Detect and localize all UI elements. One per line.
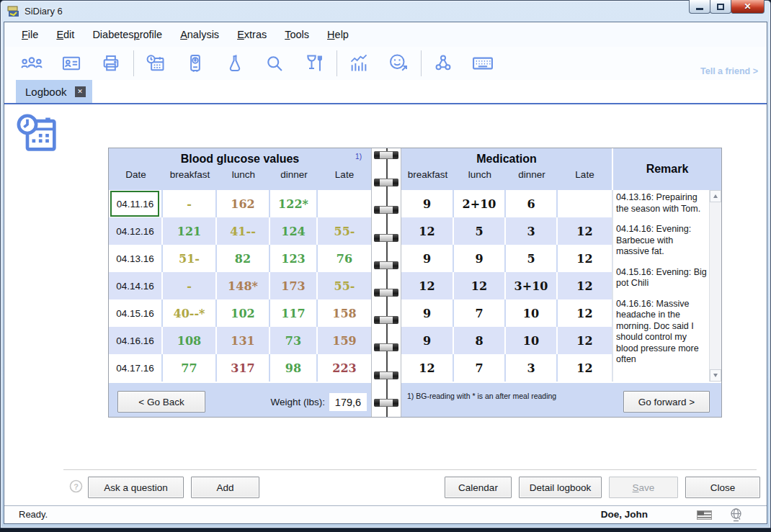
- add-button[interactable]: Add: [191, 477, 259, 498]
- bg-value-cell[interactable]: 317: [217, 354, 270, 382]
- medication-value-cell[interactable]: 6: [506, 190, 558, 217]
- date-cell[interactable]: 04.11.16: [109, 190, 163, 217]
- bg-value-cell[interactable]: 73: [270, 327, 318, 354]
- scroll-up-icon[interactable]: [710, 190, 721, 202]
- bg-value-cell[interactable]: 108: [163, 327, 217, 354]
- bg-value-cell[interactable]: 102: [217, 299, 270, 327]
- medication-value-cell[interactable]: [558, 190, 612, 217]
- bg-value-cell[interactable]: 98: [270, 354, 318, 382]
- share-icon[interactable]: [432, 52, 455, 75]
- trend-smiley-icon[interactable]: [387, 52, 410, 75]
- remark-text-area[interactable]: 04.13.16: Prepairing the season with Tom…: [612, 190, 721, 382]
- date-cell[interactable]: 04.16.16: [109, 327, 163, 354]
- bg-value-cell[interactable]: [318, 190, 371, 217]
- glucose-meter-icon[interactable]: [184, 52, 207, 75]
- date-cell[interactable]: 04.13.16: [109, 245, 163, 272]
- medication-value-cell[interactable]: 12: [558, 354, 612, 382]
- menu-item-edit[interactable]: Edit: [50, 24, 80, 45]
- lab-flask-icon[interactable]: [223, 52, 246, 75]
- bg-value-cell[interactable]: 123: [270, 245, 318, 272]
- help-icon[interactable]: ?: [69, 479, 83, 493]
- bg-value-cell[interactable]: 159: [318, 327, 371, 354]
- medication-value-cell[interactable]: 8: [454, 327, 506, 354]
- search-icon[interactable]: [263, 52, 286, 75]
- bg-value-cell[interactable]: 117: [270, 299, 318, 327]
- bg-value-cell[interactable]: 122*: [270, 190, 318, 217]
- medication-value-cell[interactable]: 9: [401, 299, 454, 327]
- medication-value-cell[interactable]: 12: [401, 354, 454, 382]
- bg-value-cell[interactable]: 55-: [318, 217, 371, 245]
- medication-value-cell[interactable]: 12: [401, 272, 454, 299]
- bg-value-cell[interactable]: 40--*: [163, 299, 217, 327]
- globe-icon[interactable]: [729, 508, 743, 522]
- bg-value-cell[interactable]: 173: [270, 272, 318, 299]
- bg-value-cell[interactable]: -: [163, 272, 217, 299]
- ask-a-question-button[interactable]: Ask a question: [88, 477, 184, 498]
- bg-value-cell[interactable]: 148*: [217, 272, 270, 299]
- medication-value-cell[interactable]: 12: [558, 299, 612, 327]
- detail-logbook-button[interactable]: Detail logbook: [519, 477, 602, 498]
- close-window-button[interactable]: ✕: [731, 0, 765, 14]
- date-cell[interactable]: 04.17.16: [109, 354, 163, 382]
- medication-value-cell[interactable]: 7: [454, 299, 506, 327]
- contact-card-icon[interactable]: [60, 52, 83, 75]
- minimize-button[interactable]: [689, 0, 710, 14]
- bg-value-cell[interactable]: 76: [318, 245, 371, 272]
- statistics-icon[interactable]: [347, 52, 370, 75]
- keyboard-icon[interactable]: [471, 52, 494, 75]
- medication-value-cell[interactable]: 9: [401, 327, 454, 354]
- go-back-button[interactable]: < Go Back: [117, 391, 205, 412]
- menu-item-help[interactable]: Help: [321, 24, 355, 45]
- go-forward-button[interactable]: Go forward >: [623, 391, 710, 412]
- date-cell[interactable]: 04.12.16: [109, 217, 163, 245]
- medication-value-cell[interactable]: 3: [506, 354, 558, 382]
- medication-value-cell[interactable]: 5: [506, 245, 558, 272]
- medication-value-cell[interactable]: 12: [558, 272, 612, 299]
- tab-close-icon[interactable]: ✕: [75, 86, 86, 97]
- medication-value-cell[interactable]: 12: [401, 217, 454, 245]
- medication-value-cell[interactable]: 5: [454, 217, 506, 245]
- printer-icon[interactable]: [99, 52, 122, 75]
- scroll-down-icon[interactable]: [710, 369, 721, 382]
- weight-input[interactable]: [329, 393, 367, 411]
- bg-value-cell[interactable]: 82: [217, 245, 270, 272]
- maximize-button[interactable]: [710, 0, 731, 14]
- medication-value-cell[interactable]: 9: [454, 245, 506, 272]
- calendar-clock-icon[interactable]: [144, 52, 167, 75]
- medication-value-cell[interactable]: 2+10: [454, 190, 506, 217]
- close-button[interactable]: Close: [685, 477, 760, 498]
- menu-item-analysis[interactable]: Analysis: [174, 24, 225, 45]
- bg-value-cell[interactable]: 162: [217, 190, 270, 217]
- save-button[interactable]: Save: [609, 477, 678, 498]
- medication-value-cell[interactable]: 9: [401, 190, 454, 217]
- menu-item-extras[interactable]: Extras: [231, 24, 272, 45]
- nutrition-icon[interactable]: [303, 52, 326, 75]
- medication-value-cell[interactable]: 10: [506, 327, 558, 354]
- medication-value-cell[interactable]: 12: [558, 245, 612, 272]
- medication-value-cell[interactable]: 9: [401, 245, 454, 272]
- bg-value-cell[interactable]: 77: [163, 354, 217, 382]
- medication-value-cell[interactable]: 12: [454, 272, 506, 299]
- menu-item-file[interactable]: File: [16, 24, 44, 45]
- medication-value-cell[interactable]: 7: [454, 354, 506, 382]
- tab-logbook[interactable]: Logbook ✕: [16, 80, 92, 103]
- medication-value-cell[interactable]: 12: [558, 217, 612, 245]
- bg-value-cell[interactable]: 51-: [163, 245, 217, 272]
- language-flag-icon[interactable]: [697, 510, 712, 520]
- bg-value-cell[interactable]: 131: [217, 327, 270, 354]
- bg-value-cell[interactable]: 158: [318, 299, 371, 327]
- medication-value-cell[interactable]: 3: [506, 217, 558, 245]
- remark-scrollbar[interactable]: [709, 190, 721, 382]
- menu-item-diabetesprofile[interactable]: Diabetesprofile: [86, 24, 168, 45]
- tell-a-friend-link[interactable]: Tell a friend >: [700, 66, 758, 76]
- bg-value-cell[interactable]: 41--: [217, 217, 270, 245]
- bg-value-cell[interactable]: 223: [318, 354, 371, 382]
- medication-value-cell[interactable]: 3+10: [506, 272, 558, 299]
- bg-value-cell[interactable]: -: [163, 190, 217, 217]
- menu-item-tools[interactable]: Tools: [279, 24, 315, 45]
- bg-value-cell[interactable]: 121: [163, 217, 217, 245]
- users-icon[interactable]: [20, 52, 43, 75]
- calendar-button[interactable]: Calendar: [445, 477, 512, 498]
- date-cell[interactable]: 04.15.16: [109, 299, 163, 327]
- medication-value-cell[interactable]: 12: [558, 327, 612, 354]
